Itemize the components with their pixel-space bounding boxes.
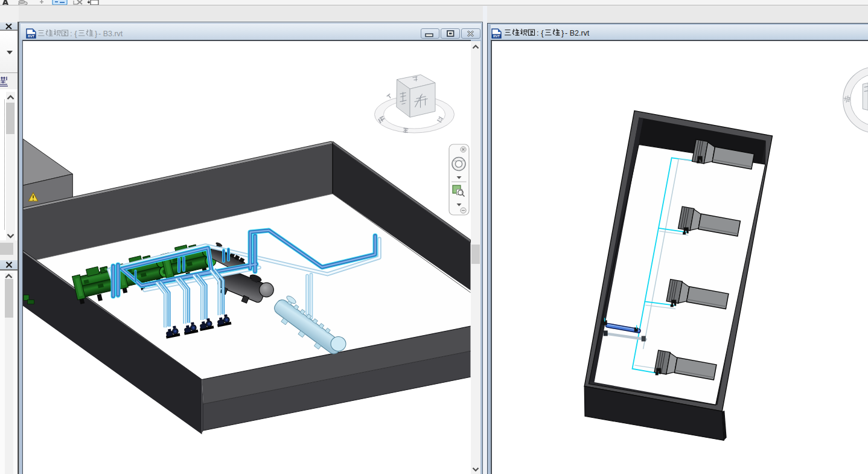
svg-text:}: } — [561, 28, 564, 37]
svg-text:- B2.rvt: - B2.rvt — [565, 29, 590, 37]
svg-text:RVT: RVT — [28, 34, 35, 38]
svg-text:: {: : { — [537, 28, 544, 37]
svg-text:}: } — [95, 29, 98, 38]
svg-text:RVT: RVT — [493, 34, 500, 38]
svg-text:- B3.rvt: - B3.rvt — [98, 30, 123, 38]
svg-text:: {: : { — [70, 29, 77, 38]
